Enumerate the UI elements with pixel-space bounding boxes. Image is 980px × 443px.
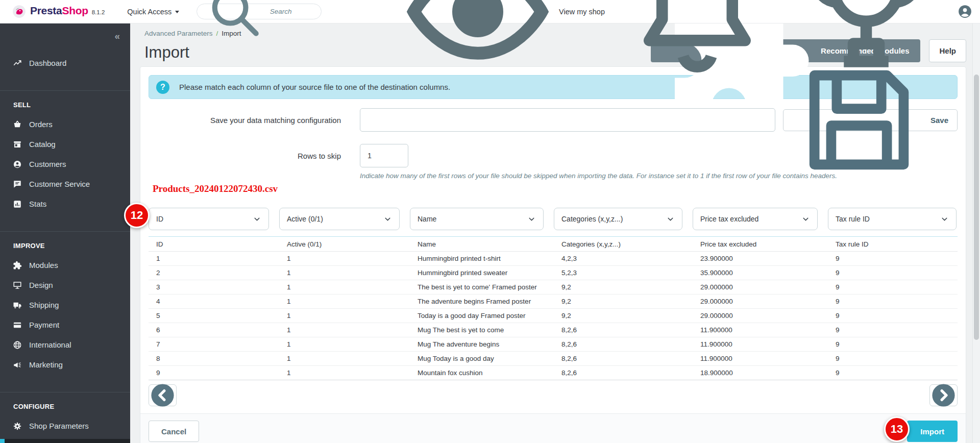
- sidebar-item-marketing[interactable]: Marketing: [0, 355, 130, 375]
- info-icon: ?: [156, 81, 169, 94]
- announcements-button[interactable]: 5: [790, 0, 943, 88]
- sidebar-item-customer-service[interactable]: Customer Service: [0, 174, 130, 194]
- sidebar-item-catalog[interactable]: Catalog: [0, 134, 130, 154]
- sidebar-section: IMPROVEModulesDesignShippingPaymentInter…: [0, 231, 130, 375]
- modules-icon: [13, 261, 22, 270]
- table-cell: 5,2,3: [554, 266, 693, 280]
- annotation-step-13: 13: [884, 416, 910, 442]
- column-header: Active (0/1): [279, 237, 410, 252]
- scrollbar-thumb[interactable]: [974, 75, 979, 340]
- search-icon: [203, 0, 265, 42]
- vertical-scrollbar[interactable]: [972, 23, 980, 443]
- sidebar-item-shipping[interactable]: Shipping: [0, 295, 130, 315]
- sidebar-item-label: Stats: [29, 200, 46, 208]
- next-page-button[interactable]: [929, 384, 958, 406]
- sidebar-collapse-button[interactable]: «: [0, 23, 130, 50]
- sidebar-item-dashboard[interactable]: Dashboard: [0, 53, 130, 73]
- quick-access-label: Quick Access: [127, 8, 172, 16]
- sidebar-item-orders[interactable]: Orders: [0, 114, 130, 134]
- sidebar-item-modules[interactable]: Modules: [0, 255, 130, 275]
- table-cell: 1: [149, 252, 279, 266]
- column-header: Categories (x,y,z...): [554, 237, 693, 252]
- breadcrumb-parent[interactable]: Advanced Parameters: [144, 30, 213, 37]
- sidebar-item-label: Catalog: [29, 140, 56, 149]
- chevron-down-icon: [666, 215, 675, 224]
- sidebar-item-label: Shipping: [29, 301, 59, 309]
- mapping-select-2[interactable]: Name: [410, 208, 544, 230]
- rows-to-skip-input[interactable]: [360, 144, 408, 167]
- sidebar-item-label: International: [29, 340, 71, 349]
- sidebar-item-shop-parameters[interactable]: Shop Parameters: [0, 416, 130, 436]
- customer-service-icon: [13, 180, 22, 189]
- preview-table-wrap: IDActive (0/1)NameCategories (x,y,z...)P…: [149, 236, 958, 380]
- mapping-select-value: Active (0/1): [287, 215, 323, 223]
- table-cell: 3: [149, 280, 279, 294]
- mapping-select-1[interactable]: Active (0/1): [279, 208, 400, 230]
- sidebar-item-payment[interactable]: Payment: [0, 315, 130, 335]
- previous-page-button[interactable]: [149, 384, 177, 406]
- sidebar-item-stats[interactable]: Stats: [0, 194, 130, 214]
- table-cell: 8,2,6: [554, 337, 693, 352]
- table-cell: 9: [828, 323, 958, 337]
- sidebar-item-label: Payment: [29, 321, 59, 329]
- mapping-select-cell: Price tax excluded: [693, 208, 828, 230]
- sidebar-section-title: IMPROVE: [0, 232, 130, 255]
- table-cell: 9,2: [554, 294, 693, 309]
- search-input[interactable]: [270, 8, 315, 15]
- table-row: 71Mug The adventure begins8,2,611.900000…: [149, 337, 958, 352]
- sidebar-item-design[interactable]: Design: [0, 275, 130, 295]
- sidebar-nav: DashboardSELLOrdersCatalogCustomersCusto…: [0, 53, 130, 436]
- mapping-select-0[interactable]: ID: [149, 208, 269, 230]
- table-header-row: IDActive (0/1)NameCategories (x,y,z...)P…: [149, 237, 958, 252]
- sidebar-item-customers[interactable]: Customers: [0, 154, 130, 174]
- notifications-button[interactable]: 6: [621, 0, 774, 88]
- save-config-input[interactable]: [360, 108, 775, 132]
- dashboard-icon: [13, 59, 22, 68]
- trophy-icon: [790, 0, 943, 88]
- table-cell: 5: [149, 309, 279, 323]
- table-cell: 29.000000: [693, 280, 828, 294]
- import-button[interactable]: Import: [907, 421, 958, 442]
- view-my-shop-link[interactable]: View my shop: [401, 0, 605, 88]
- cancel-button[interactable]: Cancel: [149, 421, 199, 442]
- table-cell: Hummingbird printed t-shirt: [410, 252, 554, 266]
- chevron-down-icon: [801, 215, 810, 224]
- table-row: 31The best is yet to come' Framed poster…: [149, 280, 958, 294]
- mapping-select-5[interactable]: Tax rule ID: [828, 208, 957, 230]
- marketing-icon: [13, 360, 22, 370]
- table-cell: 4: [149, 294, 279, 309]
- user-avatar[interactable]: [958, 5, 972, 18]
- mapping-select-cell: Name: [410, 208, 554, 230]
- table-cell: Mug The best is yet to come: [410, 323, 554, 337]
- mapping-select-cell: Tax rule ID: [828, 208, 958, 230]
- save-button[interactable]: Save: [783, 109, 958, 131]
- stats-icon: [13, 200, 22, 209]
- table-cell: 8: [149, 352, 279, 366]
- table-cell: 9: [828, 337, 958, 352]
- table-cell: 29.000000: [693, 294, 828, 309]
- column-header: ID: [149, 237, 279, 252]
- rows-to-skip-label: Rows to skip: [149, 152, 341, 160]
- table-row: 21Hummingbird printed sweater5,2,335.900…: [149, 266, 958, 280]
- shipping-icon: [13, 301, 22, 310]
- prestashop-logo[interactable]: PrestaShop 8.1.2: [12, 5, 105, 18]
- table-cell: 1: [279, 309, 410, 323]
- table-row: 61Mug The best is yet to come8,2,611.900…: [149, 323, 958, 337]
- table-cell: 8,2,6: [554, 352, 693, 366]
- sidebar-item-international[interactable]: International: [0, 335, 130, 355]
- save-button-label: Save: [930, 116, 948, 125]
- table-cell: 35.900000: [693, 266, 828, 280]
- quick-access-dropdown[interactable]: Quick Access: [127, 8, 179, 16]
- mapping-select-3[interactable]: Categories (x,y,z...): [554, 208, 682, 230]
- table-cell: 9: [828, 352, 958, 366]
- sidebar-item-label: Customer Service: [29, 180, 90, 188]
- search-box[interactable]: [197, 4, 322, 19]
- table-row: 41The adventure begins Framed poster9,22…: [149, 294, 958, 309]
- sidebar-item-label: Marketing: [29, 360, 63, 369]
- mapping-select-value: Tax rule ID: [836, 215, 870, 223]
- table-cell: Mountain fox cushion: [410, 366, 554, 380]
- logo-text-presta: Presta: [30, 5, 62, 17]
- sidebar-item-advanced-parameters[interactable]: Advanced Parameters: [0, 439, 130, 443]
- mapping-select-4[interactable]: Price tax excluded: [693, 208, 818, 230]
- sidebar-item-label: Dashboard: [29, 59, 66, 67]
